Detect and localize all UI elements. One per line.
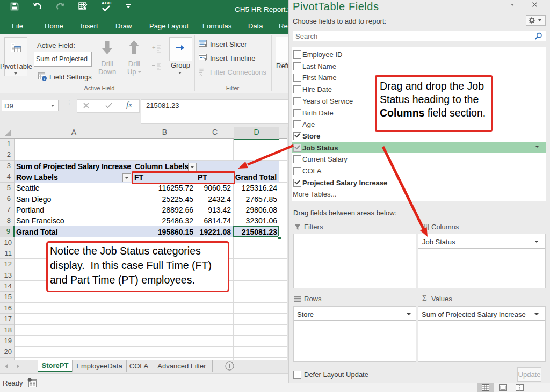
svg-text:i: i [44,76,45,81]
svg-text:+: + [152,45,155,50]
